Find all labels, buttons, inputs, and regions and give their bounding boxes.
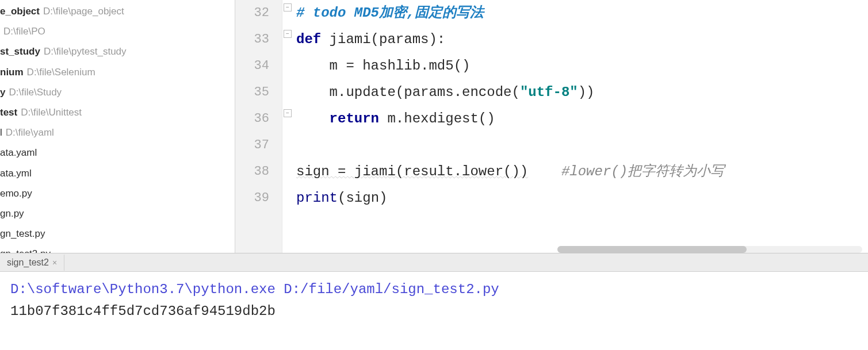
fold-marker-icon[interactable]: − xyxy=(284,3,292,11)
code-token: m.update(params.encode( xyxy=(296,84,520,100)
tree-item-name: l xyxy=(0,125,2,140)
tree-item[interactable]: niumD:\file\Selenium xyxy=(0,62,235,82)
code-token: jiami(params): xyxy=(330,32,446,47)
code-token: m.hexdigest() xyxy=(379,111,495,126)
project-tree[interactable]: e_objectD:\file\page_objectD:\file\POst_… xyxy=(0,0,235,253)
code-token: "utf-8" xyxy=(520,84,578,100)
horizontal-scrollbar[interactable] xyxy=(557,246,862,253)
code-token: # todo MD5加密,固定的写法 xyxy=(296,5,484,21)
line-number: 35 xyxy=(235,79,282,106)
line-number: 33 xyxy=(235,26,282,53)
console-tab-label: sign_test2 xyxy=(7,257,49,268)
tree-item[interactable]: testD:\file\Unittest xyxy=(0,102,235,122)
line-number: 39 xyxy=(235,185,282,211)
console-output[interactable]: D:\software\Python3.7\python.exe D:/file… xyxy=(0,272,868,330)
console-tab[interactable]: sign_test2 × xyxy=(0,255,64,271)
tree-item-name: gn_test.py xyxy=(0,226,45,241)
tree-item-path: D:\file\Study xyxy=(9,84,62,100)
code-line[interactable]: def jiami(params): xyxy=(294,26,868,53)
console-tab-bar: sign_test2 × xyxy=(0,253,868,272)
tree-item-path: D:\file\Selenium xyxy=(27,64,95,80)
tree-item-path: D:\file\pytest_study xyxy=(44,44,127,59)
line-number: 38 xyxy=(235,159,282,185)
line-number: 36 xyxy=(235,106,282,132)
tree-item-name: y xyxy=(0,84,5,100)
tree-item[interactable]: gn_test2.py xyxy=(0,244,235,253)
tree-item[interactable]: ata.yaml xyxy=(0,143,235,163)
fold-column[interactable]: − − − xyxy=(282,0,294,253)
tree-item-name: test xyxy=(0,105,17,120)
tree-item[interactable]: e_objectD:\file\page_object xyxy=(0,1,235,21)
code-token: return xyxy=(330,111,379,126)
scrollbar-thumb[interactable] xyxy=(557,246,747,253)
code-content[interactable]: # todo MD5加密,固定的写法def jiami(params): m =… xyxy=(294,0,868,253)
code-line[interactable] xyxy=(294,132,868,159)
tree-item[interactable]: emo.py xyxy=(0,183,235,203)
run-console: sign_test2 × D:\software\Python3.7\pytho… xyxy=(0,253,868,330)
tree-item[interactable]: D:\file\PO xyxy=(0,21,235,41)
tree-item-name: e_object xyxy=(0,3,40,19)
code-editor[interactable]: 3233343536373839 − − − # todo MD5加密,固定的写… xyxy=(235,0,868,253)
console-command-line: D:\software\Python3.7\python.exe D:/file… xyxy=(10,279,858,301)
code-line[interactable]: print(sign) xyxy=(294,185,868,211)
code-token: #lower()把字符转为小写 xyxy=(561,164,724,179)
code-line[interactable]: m.update(params.encode("utf-8")) xyxy=(294,79,868,106)
tree-item-name: gn.py xyxy=(0,206,24,221)
code-line[interactable]: # todo MD5加密,固定的写法 xyxy=(294,0,868,26)
code-line[interactable]: m = hashlib.md5() xyxy=(294,53,868,79)
line-number: 37 xyxy=(235,132,282,159)
line-number-gutter: 3233343536373839 xyxy=(235,0,282,253)
fold-marker-icon[interactable]: − xyxy=(284,30,292,38)
fold-marker-icon[interactable]: − xyxy=(284,109,292,117)
tree-item-name: st_study xyxy=(0,44,40,59)
tree-item[interactable]: gn.py xyxy=(0,203,235,224)
code-token: def xyxy=(296,32,330,47)
tree-item-path: D:\file\Unittest xyxy=(21,105,82,120)
tree-item-path: D:\file\PO xyxy=(3,24,45,39)
line-number: 34 xyxy=(235,53,282,79)
code-token xyxy=(528,164,561,179)
tree-item-name: gn_test2.py xyxy=(0,246,51,253)
tree-item[interactable]: st_studyD:\file\pytest_study xyxy=(0,41,235,61)
console-output-line: 11b07f381c4ff5d7cd736af94519db2b xyxy=(10,301,858,322)
tree-item[interactable]: lD:\file\yaml xyxy=(0,122,235,143)
code-token: )) xyxy=(578,84,595,100)
tree-item-name: ata.yaml xyxy=(0,145,37,160)
code-token xyxy=(296,111,330,126)
close-icon[interactable]: × xyxy=(52,258,57,267)
line-number: 32 xyxy=(235,0,282,26)
code-token: print xyxy=(296,190,338,206)
code-token: (sign) xyxy=(338,190,387,206)
tree-item-name: ata.yml xyxy=(0,166,32,181)
code-line[interactable]: return m.hexdigest() xyxy=(294,106,868,132)
tree-item-name: nium xyxy=(0,64,24,80)
tree-item[interactable]: yD:\file\Study xyxy=(0,82,235,102)
tree-item-path: D:\file\page_object xyxy=(43,3,124,19)
code-token: m = hashlib.md5() xyxy=(296,58,470,74)
tree-item-path: D:\file\yaml xyxy=(6,125,54,140)
tree-item[interactable]: ata.yml xyxy=(0,163,235,183)
tree-item[interactable]: gn_test.py xyxy=(0,224,235,244)
tree-item-name: emo.py xyxy=(0,186,32,201)
code-token: sign = jiami(result.lower()) xyxy=(296,164,528,179)
code-line[interactable]: sign = jiami(result.lower()) #lower()把字符… xyxy=(294,159,868,185)
